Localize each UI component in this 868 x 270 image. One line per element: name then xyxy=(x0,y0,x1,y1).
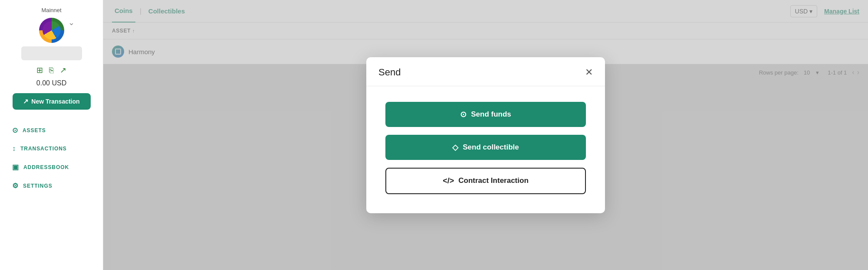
send-collectible-icon: ◇ xyxy=(452,143,458,152)
external-link-icon[interactable]: ↗ xyxy=(60,65,66,75)
settings-icon: ⚙ xyxy=(12,182,19,190)
contract-interaction-icon: </> xyxy=(443,176,454,185)
sidebar-item-transactions[interactable]: ↕ TRANSACTIONS xyxy=(7,140,96,157)
sidebar-item-settings[interactable]: ⚙ SETTINGS xyxy=(7,177,96,194)
send-collectible-button[interactable]: ◇ Send collectible xyxy=(385,135,586,160)
copy-icon[interactable]: ⎘ xyxy=(49,65,54,75)
chevron-down-icon[interactable]: ⌄ xyxy=(68,18,75,27)
modal-title: Send xyxy=(378,67,401,78)
sidebar: Mainnet ⌄ ⊞ ⎘ ↗ 0.00 USD ↗ New Transacti… xyxy=(0,0,103,270)
sidebar-item-assets[interactable]: ⊙ ASSETS xyxy=(7,122,96,139)
avatar-wrapper: ⌄ xyxy=(39,18,64,43)
grid-icon[interactable]: ⊞ xyxy=(36,65,43,75)
modal-body: ⊙ Send funds ◇ Send collectible </> Cont… xyxy=(366,86,605,213)
contract-interaction-button[interactable]: </> Contract Interaction xyxy=(385,168,586,194)
network-label: Mainnet xyxy=(41,7,61,13)
modal-header: Send ✕ xyxy=(366,57,605,86)
assets-icon: ⊙ xyxy=(12,126,18,134)
send-modal: Send ✕ ⊙ Send funds ◇ Send collectible <… xyxy=(366,57,605,213)
wallet-actions: ⊞ ⎘ ↗ xyxy=(36,65,66,75)
main-content: Coins | Collectibles USD ▾ Manage List A… xyxy=(103,0,868,270)
new-transaction-button[interactable]: ↗ New Transaction xyxy=(13,93,91,110)
sidebar-item-addressbook[interactable]: ▣ ADDRESSBOOK xyxy=(7,159,96,176)
sidebar-nav: ⊙ ASSETS ↕ TRANSACTIONS ▣ ADDRESSBOOK ⚙ … xyxy=(0,122,103,194)
send-funds-icon: ⊙ xyxy=(460,110,467,119)
send-funds-button[interactable]: ⊙ Send funds xyxy=(385,102,586,127)
modal-overlay[interactable]: Send ✕ ⊙ Send funds ◇ Send collectible <… xyxy=(103,0,868,270)
addressbook-icon: ▣ xyxy=(12,163,19,171)
balance-display: 0.00 USD xyxy=(36,79,66,87)
address-bar xyxy=(21,46,82,60)
avatar xyxy=(39,18,64,43)
transactions-icon: ↕ xyxy=(12,145,16,153)
modal-close-button[interactable]: ✕ xyxy=(585,68,593,77)
arrow-up-right-icon: ↗ xyxy=(23,98,29,105)
